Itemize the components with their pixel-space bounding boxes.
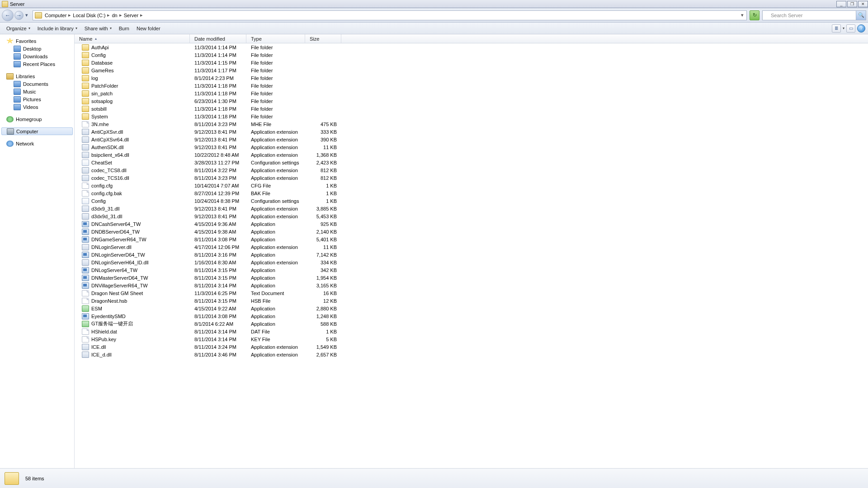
crumb-server[interactable]: Server xyxy=(123,13,139,18)
nav-homegroup[interactable]: Homegroup xyxy=(0,115,74,123)
file-row[interactable]: bsipclient_x64.dll10/22/2012 8:48 AMAppl… xyxy=(75,151,868,159)
column-size[interactable]: Size xyxy=(305,34,341,43)
file-row[interactable]: config.cfg10/14/2014 7:07 AMCFG File1 KB xyxy=(75,182,868,189)
file-row[interactable]: HShield.dat8/11/2014 3:14 PMDAT File1 KB xyxy=(75,328,868,335)
file-row[interactable]: DNDBServerD64_TW4/15/2014 9:38 AMApplica… xyxy=(75,228,868,235)
file-row[interactable]: 3N.mhe8/11/2014 3:23 PMMHE File475 KB xyxy=(75,120,868,128)
address-bar[interactable]: Computer▸ Local Disk (C:)▸ dn▸ Server▸ ▾ xyxy=(33,10,747,20)
file-size: 812 KB xyxy=(305,168,341,173)
views-dropdown[interactable]: ▾ xyxy=(843,26,844,30)
file-size: 1,549 KB xyxy=(305,344,341,350)
column-name[interactable]: Name▴ xyxy=(75,34,190,43)
chevron-right-icon[interactable]: ▸ xyxy=(118,12,123,18)
file-row[interactable]: AntiCpXSvr.dll9/12/2013 8:41 PMApplicati… xyxy=(75,128,868,136)
file-row[interactable]: config.cfg.bak8/27/2014 12:39 PMBAK File… xyxy=(75,189,868,197)
refresh-button[interactable]: ↻ xyxy=(750,10,760,20)
file-row[interactable]: AuthApi11/3/2014 1:14 PMFile folder xyxy=(75,43,868,51)
file-icon xyxy=(82,83,89,89)
nav-libraries[interactable]: Libraries xyxy=(0,72,74,80)
file-row[interactable]: log8/1/2014 2:23 PMFile folder xyxy=(75,74,868,82)
maximize-button[interactable]: ❐ xyxy=(847,1,857,7)
new-folder-button[interactable]: New folder xyxy=(133,24,164,33)
file-name: DNLoginServerD64_TW xyxy=(91,252,145,258)
file-row[interactable]: HSPub.key8/11/2014 3:14 PMKEY File5 KB xyxy=(75,335,868,343)
file-name: bsipclient_x64.dll xyxy=(91,152,129,158)
file-row[interactable]: sotsbill11/3/2014 1:18 PMFile folder xyxy=(75,105,868,113)
file-row[interactable]: d3dx9_31.dll9/12/2013 8:41 PMApplication… xyxy=(75,205,868,212)
nav-videos[interactable]: Videos xyxy=(0,103,74,111)
file-row[interactable]: codec_TCS8.dll8/11/2014 3:22 PMApplicati… xyxy=(75,166,868,174)
chevron-right-icon[interactable]: ▸ xyxy=(106,12,111,18)
crumb-computer[interactable]: Computer xyxy=(44,13,67,18)
file-type: Application extension xyxy=(246,206,305,211)
file-row[interactable]: DNVillageServerR64_TW8/11/2014 3:14 PMAp… xyxy=(75,282,868,289)
nav-downloads[interactable]: Downloads xyxy=(0,52,74,60)
file-row[interactable]: DNMasterServerD64_TW8/11/2014 3:15 PMApp… xyxy=(75,274,868,282)
nav-computer[interactable]: Computer xyxy=(1,127,73,135)
views-button[interactable]: ≣ xyxy=(832,24,841,33)
forward-button[interactable]: → xyxy=(14,11,24,20)
file-row[interactable]: Database11/3/2014 1:15 PMFile folder xyxy=(75,59,868,66)
file-row[interactable]: System11/3/2014 1:18 PMFile folder xyxy=(75,113,868,120)
preview-pane-button[interactable]: ▭ xyxy=(846,24,855,33)
file-row[interactable]: DragonNest.hsb8/11/2014 3:15 PMHSB File1… xyxy=(75,297,868,305)
breadcrumb[interactable]: Computer▸ Local Disk (C:)▸ dn▸ Server▸ xyxy=(44,12,144,18)
file-row[interactable]: Config11/3/2014 1:14 PMFile folder xyxy=(75,51,868,59)
organize-button[interactable]: Organize▾ xyxy=(3,24,34,33)
crumb-drive[interactable]: Local Disk (C:) xyxy=(72,13,106,18)
file-row[interactable]: Config10/24/2014 8:38 PMConfiguration se… xyxy=(75,197,868,205)
file-row[interactable]: ICE_d.dll8/11/2014 3:46 PMApplication ex… xyxy=(75,351,868,358)
file-row[interactable]: DNLoginServer.dll4/17/2014 12:06 PMAppli… xyxy=(75,243,868,251)
nav-pictures[interactable]: Pictures xyxy=(0,95,74,103)
file-row[interactable]: DNCashServer64_TW4/15/2014 9:36 AMApplic… xyxy=(75,220,868,228)
file-row[interactable]: DNLoginServerD64_TW8/11/2014 3:16 PMAppl… xyxy=(75,251,868,258)
pictures-icon xyxy=(14,96,21,103)
file-row[interactable]: PatchFolder11/3/2014 1:18 PMFile folder xyxy=(75,82,868,89)
file-row[interactable]: CheatSet3/28/2013 11:27 PMConfiguration … xyxy=(75,159,868,166)
file-row[interactable]: AuthenSDK.dll9/12/2013 8:41 PMApplicatio… xyxy=(75,143,868,151)
nav-desktop[interactable]: Desktop xyxy=(0,45,74,52)
column-date[interactable]: Date modified xyxy=(190,34,246,43)
search-submit-button[interactable]: 🔍 xyxy=(856,11,866,20)
nav-network[interactable]: Network xyxy=(0,140,74,147)
chevron-right-icon[interactable]: ▸ xyxy=(139,12,144,18)
chevron-right-icon[interactable]: ▸ xyxy=(67,12,72,18)
file-row[interactable]: codec_TCS16.dll8/11/2014 3:23 PMApplicat… xyxy=(75,174,868,182)
file-row[interactable]: Dragon Nest GM Sheet11/3/2014 6:25 PMTex… xyxy=(75,289,868,297)
file-row[interactable]: AntiCpXSvr64.dll9/12/2013 8:41 PMApplica… xyxy=(75,136,868,143)
file-row[interactable]: DNLogServer64_TW8/11/2014 3:15 PMApplica… xyxy=(75,266,868,274)
help-button[interactable]: ? xyxy=(857,24,865,33)
minimize-button[interactable]: _ xyxy=(836,1,846,7)
file-row[interactable]: d3dx9d_31.dll9/12/2013 8:41 PMApplicatio… xyxy=(75,212,868,220)
file-date: 9/12/2013 8:41 PM xyxy=(190,145,246,150)
file-name: CheatSet xyxy=(91,160,112,165)
file-size: 1,368 KB xyxy=(305,152,341,158)
nav-recent-places[interactable]: Recent Places xyxy=(0,60,74,68)
file-row[interactable]: ESM4/15/2014 9:22 AMApplication2,880 KB xyxy=(75,305,868,312)
file-row[interactable]: ICE.dll8/11/2014 3:24 PMApplication exte… xyxy=(75,343,868,351)
file-size: 5,401 KB xyxy=(305,237,341,242)
close-button[interactable]: ✕ xyxy=(858,1,868,7)
include-in-library-button[interactable]: Include in library▾ xyxy=(34,24,81,33)
file-list-body[interactable]: AuthApi11/3/2014 1:14 PMFile folderConfi… xyxy=(75,43,868,468)
column-type[interactable]: Type xyxy=(246,34,305,43)
address-dropdown[interactable]: ▾ xyxy=(740,12,745,18)
file-name: GT服务端一键开启 xyxy=(91,320,133,327)
file-row[interactable]: EyedentitySMD8/11/2014 3:08 PMApplicatio… xyxy=(75,312,868,320)
file-row[interactable]: sin_patch11/3/2014 1:18 PMFile folder xyxy=(75,89,868,97)
file-row[interactable]: GameRes11/3/2014 1:17 PMFile folder xyxy=(75,66,868,74)
share-with-button[interactable]: Share with▾ xyxy=(81,24,115,33)
nav-music[interactable]: Music xyxy=(0,88,74,95)
search-box[interactable]: Search Server 🔍 xyxy=(762,10,866,20)
back-button[interactable]: ← xyxy=(2,9,14,21)
chevron-down-icon: ▾ xyxy=(110,26,112,30)
file-row[interactable]: sotsaplog6/23/2014 1:30 PMFile folder xyxy=(75,97,868,105)
nav-documents[interactable]: Documents xyxy=(0,80,74,88)
nav-favorites[interactable]: Favorites xyxy=(0,37,74,45)
history-dropdown[interactable]: ▾ xyxy=(24,9,30,21)
file-row[interactable]: DNLoginServerH64_ID.dll1/16/2014 8:30 AM… xyxy=(75,258,868,266)
file-row[interactable]: GT服务端一键开启8/1/2014 6:22 AMApplication588 … xyxy=(75,320,868,328)
burn-button[interactable]: Burn xyxy=(115,24,133,33)
file-row[interactable]: DNGameServerR64_TW8/11/2014 3:08 PMAppli… xyxy=(75,235,868,243)
crumb-dn[interactable]: dn xyxy=(111,13,118,18)
